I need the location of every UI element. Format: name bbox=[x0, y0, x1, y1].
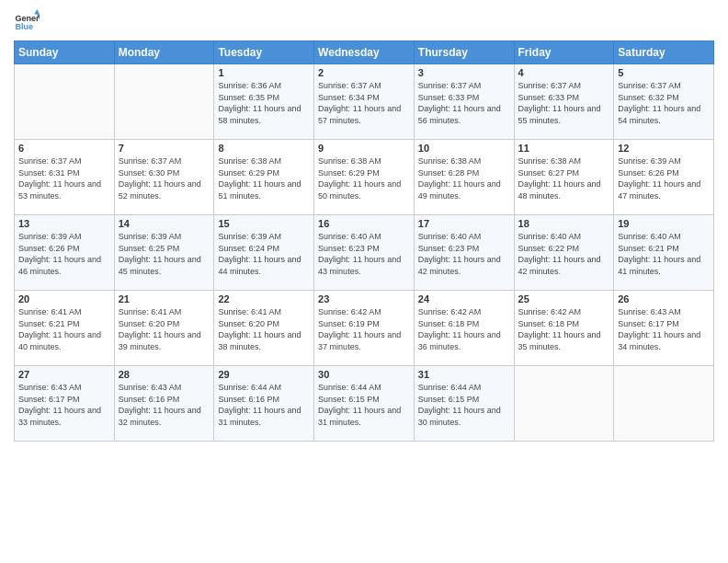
day-cell: 11Sunrise: 6:38 AMSunset: 6:27 PMDayligh… bbox=[514, 140, 614, 215]
day-cell: 2Sunrise: 6:37 AMSunset: 6:34 PMDaylight… bbox=[314, 64, 415, 140]
day-info: Sunrise: 6:37 AMSunset: 6:30 PMDaylight:… bbox=[119, 155, 210, 201]
header-cell-sunday: Sunday bbox=[15, 41, 115, 64]
day-cell: 17Sunrise: 6:40 AMSunset: 6:23 PMDayligh… bbox=[414, 215, 514, 291]
day-number: 14 bbox=[119, 218, 210, 229]
day-info: Sunrise: 6:43 AMSunset: 6:17 PMDaylight:… bbox=[618, 306, 710, 352]
day-number: 30 bbox=[318, 369, 410, 380]
day-number: 8 bbox=[218, 143, 310, 154]
day-info: Sunrise: 6:44 AMSunset: 6:15 PMDaylight:… bbox=[418, 382, 510, 428]
day-cell: 1Sunrise: 6:36 AMSunset: 6:35 PMDaylight… bbox=[214, 64, 314, 140]
day-cell: 16Sunrise: 6:40 AMSunset: 6:23 PMDayligh… bbox=[314, 215, 415, 291]
day-info: Sunrise: 6:39 AMSunset: 6:26 PMDaylight:… bbox=[618, 155, 710, 201]
day-cell: 7Sunrise: 6:37 AMSunset: 6:30 PMDaylight… bbox=[114, 140, 214, 215]
day-info: Sunrise: 6:43 AMSunset: 6:17 PMDaylight:… bbox=[18, 382, 110, 428]
day-cell: 23Sunrise: 6:42 AMSunset: 6:19 PMDayligh… bbox=[314, 291, 415, 366]
day-number: 31 bbox=[418, 369, 510, 380]
day-cell: 3Sunrise: 6:37 AMSunset: 6:33 PMDaylight… bbox=[414, 64, 514, 140]
day-info: Sunrise: 6:37 AMSunset: 6:34 PMDaylight:… bbox=[318, 80, 410, 126]
day-cell bbox=[514, 366, 614, 442]
header-cell-monday: Monday bbox=[114, 41, 214, 64]
day-info: Sunrise: 6:38 AMSunset: 6:29 PMDaylight:… bbox=[318, 155, 410, 201]
day-number: 28 bbox=[119, 369, 210, 380]
day-info: Sunrise: 6:37 AMSunset: 6:33 PMDaylight:… bbox=[418, 80, 510, 126]
page: General Blue SundayMondayTuesdayWednesda… bbox=[0, 0, 728, 563]
day-number: 4 bbox=[518, 67, 610, 78]
day-info: Sunrise: 6:43 AMSunset: 6:16 PMDaylight:… bbox=[119, 382, 210, 428]
header: General Blue bbox=[14, 9, 714, 35]
day-number: 13 bbox=[18, 218, 110, 229]
day-number: 15 bbox=[218, 218, 310, 229]
day-cell: 8Sunrise: 6:38 AMSunset: 6:29 PMDaylight… bbox=[214, 140, 314, 215]
day-cell: 28Sunrise: 6:43 AMSunset: 6:16 PMDayligh… bbox=[114, 366, 214, 442]
day-cell bbox=[114, 64, 214, 140]
day-number: 27 bbox=[18, 369, 110, 380]
day-number: 16 bbox=[318, 218, 410, 229]
day-cell: 26Sunrise: 6:43 AMSunset: 6:17 PMDayligh… bbox=[614, 291, 714, 366]
week-row-2: 6Sunrise: 6:37 AMSunset: 6:31 PMDaylight… bbox=[15, 140, 714, 215]
week-row-3: 13Sunrise: 6:39 AMSunset: 6:26 PMDayligh… bbox=[15, 215, 714, 291]
day-cell: 5Sunrise: 6:37 AMSunset: 6:32 PMDaylight… bbox=[614, 64, 714, 140]
day-info: Sunrise: 6:39 AMSunset: 6:24 PMDaylight:… bbox=[218, 231, 310, 277]
day-info: Sunrise: 6:44 AMSunset: 6:16 PMDaylight:… bbox=[218, 382, 310, 428]
calendar: SundayMondayTuesdayWednesdayThursdayFrid… bbox=[14, 40, 714, 442]
day-info: Sunrise: 6:37 AMSunset: 6:32 PMDaylight:… bbox=[618, 80, 710, 126]
week-row-4: 20Sunrise: 6:41 AMSunset: 6:21 PMDayligh… bbox=[15, 291, 714, 366]
day-cell bbox=[614, 366, 714, 442]
day-number: 9 bbox=[318, 143, 410, 154]
day-number: 25 bbox=[518, 293, 610, 304]
svg-text:Blue: Blue bbox=[15, 22, 33, 31]
svg-text:General: General bbox=[15, 14, 40, 23]
day-cell: 20Sunrise: 6:41 AMSunset: 6:21 PMDayligh… bbox=[15, 291, 115, 366]
day-number: 1 bbox=[218, 67, 310, 78]
day-number: 5 bbox=[618, 67, 710, 78]
day-cell: 4Sunrise: 6:37 AMSunset: 6:33 PMDaylight… bbox=[514, 64, 614, 140]
header-row: SundayMondayTuesdayWednesdayThursdayFrid… bbox=[15, 41, 714, 64]
day-cell: 24Sunrise: 6:42 AMSunset: 6:18 PMDayligh… bbox=[414, 291, 514, 366]
day-info: Sunrise: 6:42 AMSunset: 6:19 PMDaylight:… bbox=[318, 306, 410, 352]
day-cell: 12Sunrise: 6:39 AMSunset: 6:26 PMDayligh… bbox=[614, 140, 714, 215]
calendar-header: SundayMondayTuesdayWednesdayThursdayFrid… bbox=[15, 41, 714, 64]
day-info: Sunrise: 6:37 AMSunset: 6:33 PMDaylight:… bbox=[518, 80, 610, 126]
day-number: 19 bbox=[618, 218, 710, 229]
day-number: 23 bbox=[318, 293, 410, 304]
day-number: 24 bbox=[418, 293, 510, 304]
day-number: 10 bbox=[418, 143, 510, 154]
day-number: 29 bbox=[218, 369, 310, 380]
day-number: 12 bbox=[618, 143, 710, 154]
day-cell: 25Sunrise: 6:42 AMSunset: 6:18 PMDayligh… bbox=[514, 291, 614, 366]
day-number: 6 bbox=[18, 143, 110, 154]
day-number: 17 bbox=[418, 218, 510, 229]
day-info: Sunrise: 6:38 AMSunset: 6:29 PMDaylight:… bbox=[218, 155, 310, 201]
day-info: Sunrise: 6:39 AMSunset: 6:25 PMDaylight:… bbox=[119, 231, 210, 277]
day-cell: 18Sunrise: 6:40 AMSunset: 6:22 PMDayligh… bbox=[514, 215, 614, 291]
day-cell: 22Sunrise: 6:41 AMSunset: 6:20 PMDayligh… bbox=[214, 291, 314, 366]
day-info: Sunrise: 6:40 AMSunset: 6:23 PMDaylight:… bbox=[318, 231, 410, 277]
calendar-body: 1Sunrise: 6:36 AMSunset: 6:35 PMDaylight… bbox=[15, 64, 714, 442]
day-cell: 10Sunrise: 6:38 AMSunset: 6:28 PMDayligh… bbox=[414, 140, 514, 215]
day-info: Sunrise: 6:38 AMSunset: 6:28 PMDaylight:… bbox=[418, 155, 510, 201]
day-cell: 6Sunrise: 6:37 AMSunset: 6:31 PMDaylight… bbox=[15, 140, 115, 215]
svg-marker-2 bbox=[34, 9, 40, 15]
day-number: 20 bbox=[18, 293, 110, 304]
day-info: Sunrise: 6:40 AMSunset: 6:21 PMDaylight:… bbox=[618, 231, 710, 277]
day-number: 21 bbox=[119, 293, 210, 304]
day-info: Sunrise: 6:40 AMSunset: 6:23 PMDaylight:… bbox=[418, 231, 510, 277]
day-cell: 9Sunrise: 6:38 AMSunset: 6:29 PMDaylight… bbox=[314, 140, 415, 215]
day-number: 3 bbox=[418, 67, 510, 78]
header-cell-thursday: Thursday bbox=[414, 41, 514, 64]
day-cell: 21Sunrise: 6:41 AMSunset: 6:20 PMDayligh… bbox=[114, 291, 214, 366]
day-cell: 14Sunrise: 6:39 AMSunset: 6:25 PMDayligh… bbox=[114, 215, 214, 291]
day-cell: 15Sunrise: 6:39 AMSunset: 6:24 PMDayligh… bbox=[214, 215, 314, 291]
day-info: Sunrise: 6:41 AMSunset: 6:20 PMDaylight:… bbox=[218, 306, 310, 352]
day-info: Sunrise: 6:38 AMSunset: 6:27 PMDaylight:… bbox=[518, 155, 610, 201]
day-cell: 13Sunrise: 6:39 AMSunset: 6:26 PMDayligh… bbox=[15, 215, 115, 291]
day-number: 2 bbox=[318, 67, 410, 78]
day-number: 7 bbox=[119, 143, 210, 154]
day-cell: 31Sunrise: 6:44 AMSunset: 6:15 PMDayligh… bbox=[414, 366, 514, 442]
day-info: Sunrise: 6:36 AMSunset: 6:35 PMDaylight:… bbox=[218, 80, 310, 126]
day-cell: 29Sunrise: 6:44 AMSunset: 6:16 PMDayligh… bbox=[214, 366, 314, 442]
day-number: 22 bbox=[218, 293, 310, 304]
header-cell-saturday: Saturday bbox=[614, 41, 714, 64]
logo: General Blue bbox=[14, 9, 41, 35]
week-row-1: 1Sunrise: 6:36 AMSunset: 6:35 PMDaylight… bbox=[15, 64, 714, 140]
